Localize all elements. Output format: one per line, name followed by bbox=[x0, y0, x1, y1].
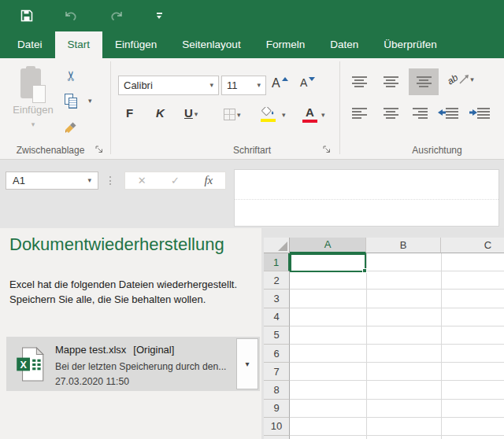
borders-button[interactable]: ▾ bbox=[224, 109, 241, 129]
fill-color-dropdown-icon[interactable]: ▾ bbox=[282, 112, 286, 119]
grid-row bbox=[290, 418, 504, 436]
increase-indent-button[interactable] bbox=[471, 104, 490, 123]
orientation-dropdown-icon[interactable]: ▾ bbox=[470, 76, 474, 83]
select-all-button[interactable] bbox=[264, 238, 290, 253]
column-header-c[interactable]: C bbox=[441, 238, 504, 253]
font-color-button[interactable]: A bbox=[302, 106, 317, 127]
bold-button[interactable]: F bbox=[126, 107, 133, 127]
redo-button[interactable] bbox=[107, 6, 126, 25]
worksheet: ABC 1234567891011 bbox=[261, 228, 504, 439]
underline-dropdown-icon[interactable]: ▾ bbox=[195, 111, 198, 118]
fill-color-button[interactable] bbox=[260, 107, 276, 127]
save-button[interactable] bbox=[17, 6, 36, 25]
formula-bar: A1 ▾ ✕ ✓ fx bbox=[0, 160, 504, 228]
paste-label: Einfügen bbox=[8, 104, 58, 116]
customize-qat-button[interactable] bbox=[150, 6, 169, 25]
title-bar bbox=[0, 0, 504, 31]
row-header-10[interactable]: 10 bbox=[264, 418, 290, 436]
grid-row bbox=[290, 345, 504, 363]
format-painter-button[interactable] bbox=[61, 118, 80, 137]
insert-function-button[interactable]: fx bbox=[192, 174, 225, 187]
gridline bbox=[366, 253, 367, 439]
increase-indent-icon bbox=[471, 107, 490, 120]
font-color-dropdown-icon[interactable]: ▾ bbox=[321, 112, 325, 119]
font-name-value: Calibri bbox=[124, 79, 153, 91]
sheet-cells[interactable] bbox=[290, 253, 504, 439]
row-header-11[interactable]: 11 bbox=[264, 436, 290, 439]
align-right-button[interactable] bbox=[410, 104, 429, 123]
paste-clipboard-icon bbox=[20, 66, 46, 101]
formula-buttons: ✕ ✓ fx bbox=[124, 172, 226, 190]
grow-font-icon bbox=[282, 77, 288, 81]
fill-color-icon bbox=[260, 107, 276, 117]
row-header-2[interactable]: 2 bbox=[264, 271, 290, 290]
orientation-button[interactable]: ab ▾ bbox=[447, 74, 474, 85]
tab-formeln[interactable]: Formeln bbox=[254, 31, 318, 58]
row-header-3[interactable]: 3 bbox=[264, 290, 290, 308]
recovered-file-item[interactable]: X Mappe test.xlsx[Original] Bei der letz… bbox=[6, 337, 260, 391]
column-header-b[interactable]: B bbox=[366, 238, 441, 253]
font-color-bar bbox=[302, 120, 317, 123]
row-header-1[interactable]: 1 bbox=[264, 253, 290, 271]
row-header-4[interactable]: 4 bbox=[264, 308, 290, 326]
decrease-indent-button[interactable] bbox=[439, 104, 458, 123]
paste-button[interactable]: Einfügen ▾ bbox=[8, 63, 58, 142]
tab-einfügen[interactable]: Einfügen bbox=[102, 31, 169, 58]
alignment-group-label: Ausrichtung bbox=[386, 145, 488, 156]
font-group-label: Schriftart bbox=[193, 145, 311, 156]
underline-button[interactable]: U ▾ bbox=[184, 107, 198, 127]
align-center-icon bbox=[384, 108, 398, 119]
recovered-file-dropdown-button[interactable]: ▾ bbox=[236, 338, 258, 389]
grow-font-label: A bbox=[272, 77, 280, 90]
tab-seitenlayout[interactable]: Seitenlayout bbox=[169, 31, 253, 58]
borders-dropdown-icon[interactable]: ▾ bbox=[237, 112, 241, 119]
font-name-dropdown-icon: ▾ bbox=[209, 82, 213, 89]
ribbon: Einfügen ▾ ✂ ▾ Zwischenablage Calibri ▾ bbox=[0, 58, 504, 160]
name-box[interactable]: A1 ▾ bbox=[6, 172, 98, 190]
copy-button[interactable] bbox=[61, 91, 80, 110]
align-left-button[interactable] bbox=[350, 104, 369, 123]
row-header-8[interactable]: 8 bbox=[264, 381, 290, 399]
recovered-file-version-tag: [Original] bbox=[133, 344, 174, 356]
row-header-7[interactable]: 7 bbox=[264, 363, 290, 381]
undo-button[interactable] bbox=[61, 6, 80, 25]
row-header-9[interactable]: 9 bbox=[264, 400, 290, 418]
copy-dropdown-icon[interactable]: ▾ bbox=[88, 98, 92, 105]
gridline bbox=[441, 253, 442, 439]
shrink-font-label: A bbox=[300, 77, 307, 88]
enter-button[interactable]: ✓ bbox=[158, 175, 191, 186]
formula-input[interactable] bbox=[234, 169, 499, 227]
formula-bar-grip-icon[interactable] bbox=[109, 176, 111, 185]
svg-text:X: X bbox=[20, 360, 27, 371]
align-middle-button[interactable] bbox=[381, 72, 400, 91]
tab-datei[interactable]: Datei bbox=[5, 31, 55, 58]
recovered-file-name: Mappe test.xlsx[Original] bbox=[55, 344, 174, 356]
cut-button[interactable]: ✂ bbox=[61, 66, 80, 85]
align-top-icon bbox=[352, 76, 367, 87]
decrease-indent-icon bbox=[439, 107, 458, 120]
grow-font-button[interactable]: A bbox=[272, 77, 288, 98]
clipboard-dialog-launcher[interactable] bbox=[94, 145, 104, 154]
tab-start[interactable]: Start bbox=[55, 31, 103, 58]
font-size-combo[interactable]: 11 ▾ bbox=[221, 76, 266, 95]
font-name-combo[interactable]: Calibri ▾ bbox=[118, 76, 219, 95]
row-header-5[interactable]: 5 bbox=[264, 326, 290, 345]
row-header-6[interactable]: 6 bbox=[264, 345, 290, 363]
column-header-a[interactable]: A bbox=[290, 238, 366, 253]
italic-button[interactable]: K bbox=[156, 107, 165, 127]
font-dialog-launcher[interactable] bbox=[322, 145, 332, 154]
italic-label: K bbox=[156, 107, 165, 119]
fill-handle[interactable] bbox=[362, 268, 367, 273]
align-top-button[interactable] bbox=[350, 72, 369, 91]
active-cell-a1[interactable] bbox=[290, 253, 366, 272]
cancel-button[interactable]: ✕ bbox=[125, 175, 158, 186]
orientation-label: ab bbox=[445, 72, 460, 87]
name-box-dropdown-icon: ▾ bbox=[87, 177, 91, 184]
tab-überprüfen[interactable]: Überprüfen bbox=[371, 31, 450, 58]
tab-daten[interactable]: Daten bbox=[317, 31, 371, 58]
grid-row bbox=[290, 381, 504, 399]
align-bottom-button[interactable] bbox=[409, 68, 439, 95]
grid-row bbox=[290, 363, 504, 381]
shrink-font-button[interactable]: A bbox=[300, 77, 315, 98]
align-center-button[interactable] bbox=[381, 104, 400, 123]
